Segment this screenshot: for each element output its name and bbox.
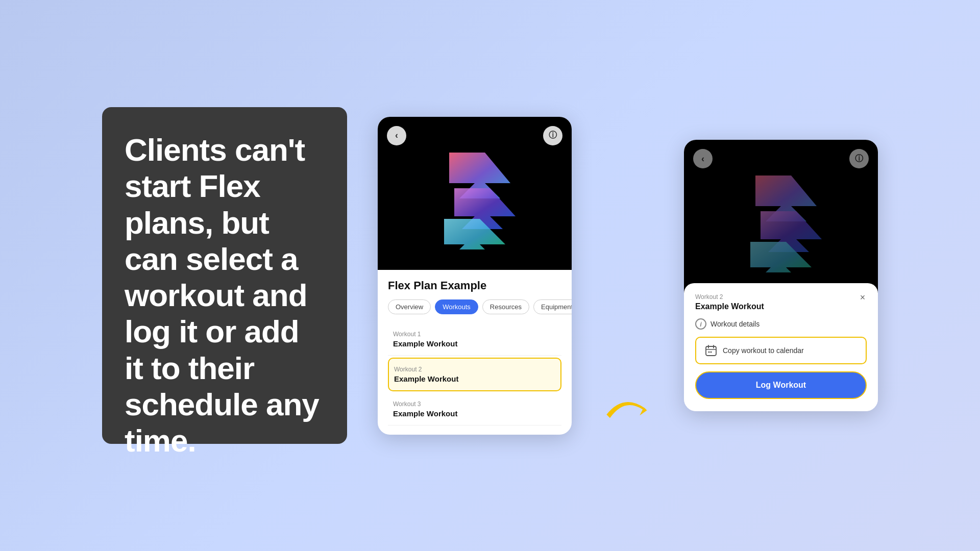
calendar-icon [704, 344, 718, 357]
workout-label-3-left: Workout 3 [393, 400, 556, 408]
workout-label-1-left: Workout 1 [393, 331, 556, 338]
main-heading: Clients can't start Flex plans, but can … [125, 132, 325, 459]
svg-rect-0 [706, 346, 716, 356]
copy-to-calendar-button[interactable]: Copy workout to calendar [695, 337, 867, 364]
phone-right: ‹ ⓘ [684, 140, 878, 411]
text-box: Clients can't start Flex plans, but can … [102, 107, 347, 444]
details-info-icon: i [695, 318, 706, 330]
workout-item-3-left[interactable]: Workout 3 Example Workout [388, 393, 561, 425]
flex-logo-right [684, 140, 878, 293]
tab-overview-left[interactable]: Overview [388, 299, 431, 314]
log-workout-button[interactable]: Log Workout [695, 371, 867, 399]
copy-to-calendar-label: Copy workout to calendar [723, 346, 804, 355]
workout-item-2-left[interactable]: Workout 2 Example Workout [388, 358, 561, 391]
workout-name-1-left: Example Workout [393, 339, 556, 348]
tabs-row-left: Overview Workouts Resources Equipment [388, 299, 561, 314]
plan-title-left: Flex Plan Example [388, 279, 561, 292]
workout-modal: × Workout 2 Example Workout i Workout de… [684, 283, 878, 411]
phone-right-header-image: ‹ ⓘ [684, 140, 878, 293]
workout-details-row[interactable]: i Workout details [695, 318, 867, 330]
info-icon-right: ⓘ [855, 154, 863, 164]
workout-item-1-left[interactable]: Workout 1 Example Workout [388, 323, 561, 356]
modal-workout-label: Workout 2 [695, 293, 867, 300]
workout-name-2-left: Example Workout [394, 374, 555, 383]
workout-details-label: Workout details [710, 320, 760, 328]
tab-equipment-left[interactable]: Equipment [533, 299, 572, 314]
arrow-container [602, 122, 653, 429]
phone-left-header-image: ‹ ⓘ [378, 117, 572, 270]
svg-point-5 [710, 352, 712, 353]
workout-name-3-left: Example Workout [393, 409, 556, 418]
svg-point-4 [708, 352, 710, 353]
back-button-right[interactable]: ‹ [693, 149, 713, 168]
flex-logo-left [378, 117, 572, 270]
info-button-right[interactable]: ⓘ [849, 149, 869, 168]
info-button-left[interactable]: ⓘ [543, 126, 562, 145]
arrow-icon [602, 388, 653, 429]
workout-label-2-left: Workout 2 [394, 366, 555, 373]
phone-left-body: Flex Plan Example Overview Workouts Reso… [378, 270, 572, 435]
info-icon-left: ⓘ [549, 130, 557, 141]
back-button-left[interactable]: ‹ [387, 126, 406, 145]
modal-workout-name: Example Workout [695, 302, 867, 311]
tab-workouts-left[interactable]: Workouts [435, 299, 478, 314]
tab-resources-left[interactable]: Resources [482, 299, 529, 314]
modal-close-button[interactable]: × [855, 290, 870, 305]
phone-left: ‹ ⓘ [378, 117, 572, 435]
